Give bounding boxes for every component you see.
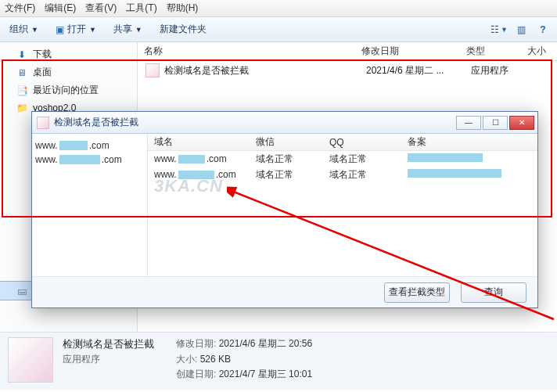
folder-icon: 📁 [16, 102, 28, 114]
cell-wechat: 域名正常 [250, 168, 323, 182]
toolbar: 组织▼ ▣ 打开▼ 共享▼ 新建文件夹 ☷▼ ▥ ? [0, 17, 557, 42]
preview-pane-button[interactable]: ▥ [512, 21, 530, 38]
close-button[interactable]: ✕ [509, 116, 534, 130]
col-size[interactable]: 大小 [521, 45, 557, 58]
file-name: 检测域名是否被拦截 [164, 64, 366, 77]
col-qq[interactable]: QQ [323, 137, 401, 148]
newfolder-button[interactable]: 新建文件夹 [155, 20, 211, 38]
dialog-domain-input-list[interactable]: www..comwww..com [32, 134, 148, 276]
cell-qq: 域名正常 [323, 153, 401, 166]
dialog-window: 检测域名是否被拦截 — ☐ ✕ www..comwww..com 域名 微信 Q… [31, 111, 538, 308]
cell-wechat: 域名正常 [250, 153, 323, 166]
col-name[interactable]: 名称 [138, 45, 355, 58]
nav-recent[interactable]: 📑最近访问的位置 [0, 81, 137, 99]
nav-downloads[interactable]: ⬇下载 [0, 45, 137, 63]
cell-beian [401, 153, 537, 164]
open-icon: ▣ [56, 24, 64, 35]
column-headers: 名称 修改日期 类型 大小 [138, 42, 557, 61]
cell-beian [401, 169, 537, 180]
nav-desktop[interactable]: 🖥桌面 [0, 63, 137, 81]
dialog-titlebar[interactable]: 检测域名是否被拦截 — ☐ ✕ [32, 112, 537, 134]
col-wechat[interactable]: 微信 [250, 135, 323, 149]
app-icon [146, 63, 160, 77]
menu-tools[interactable]: 工具(T) [126, 2, 156, 15]
file-type: 应用程序 [471, 64, 532, 77]
menu-edit[interactable]: 编辑(E) [45, 2, 76, 15]
menu-help[interactable]: 帮助(H) [167, 2, 199, 15]
details-mod: 2021/4/6 星期二 20:56 [219, 338, 312, 349]
open-button[interactable]: ▣ 打开▼ [51, 20, 101, 38]
details-thumb [8, 337, 53, 383]
dialog-app-icon [37, 117, 49, 129]
details-type: 应用程序 [63, 353, 154, 366]
details-size-label: 大小: [176, 354, 197, 365]
menu-view[interactable]: 查看(V) [85, 2, 117, 15]
recent-icon: 📑 [16, 85, 28, 97]
maximize-button[interactable]: ☐ [483, 116, 508, 130]
help-button[interactable]: ? [534, 21, 552, 38]
cell-domain: www..com [148, 169, 250, 180]
col-modified[interactable]: 修改日期 [355, 45, 460, 58]
dialog-title: 检测域名是否被拦截 [54, 116, 138, 129]
dialog-column-headers: 域名 微信 QQ 备案 [148, 134, 537, 151]
result-row[interactable]: www..com域名正常域名正常 [148, 151, 537, 167]
col-beian[interactable]: 备案 [401, 135, 537, 149]
minimize-button[interactable]: — [456, 116, 481, 130]
cell-domain: www..com [148, 153, 250, 164]
file-modified: 2021/4/6 星期二 ... [366, 64, 471, 77]
menu-file[interactable]: 文件(F) [5, 2, 35, 15]
drive-icon: 🖴 [16, 285, 28, 297]
details-name: 检测域名是否被拦截 [63, 337, 154, 351]
download-icon: ⬇ [16, 49, 28, 61]
query-button[interactable]: 查询 [461, 282, 526, 303]
desktop-icon: 🖥 [16, 67, 28, 79]
view-options-button[interactable]: ☷▼ [490, 21, 508, 38]
details-created: 2021/4/7 星期三 10:01 [219, 369, 312, 379]
share-button[interactable]: 共享▼ [109, 20, 147, 38]
result-row[interactable]: www..com域名正常域名正常 [148, 167, 537, 182]
file-row[interactable]: 检测域名是否被拦截 2021/4/6 星期二 ... 应用程序 [138, 61, 557, 80]
dialog-result-list: 3KA.CN www..com域名正常域名正常www..com域名正常域名正常 [148, 151, 537, 276]
menubar: 文件(F) 编辑(E) 查看(V) 工具(T) 帮助(H) [0, 0, 557, 17]
details-size: 526 KB [200, 354, 231, 365]
view-block-types-button[interactable]: 查看拦截类型 [384, 282, 450, 303]
cell-qq: 域名正常 [323, 168, 401, 182]
col-domain[interactable]: 域名 [148, 135, 250, 149]
details-pane: 检测域名是否被拦截 修改日期: 2021/4/6 星期二 20:56 应用程序 … [0, 332, 557, 390]
organize-button[interactable]: 组织▼ [5, 20, 43, 38]
input-domain-row: www..com [35, 153, 144, 167]
details-mod-label: 修改日期: [176, 338, 216, 349]
col-type[interactable]: 类型 [460, 45, 521, 58]
details-created-label: 创建日期: [176, 369, 216, 379]
input-domain-row: www..com [35, 138, 144, 153]
dialog-footer: 查看拦截类型 查询 [32, 276, 537, 307]
